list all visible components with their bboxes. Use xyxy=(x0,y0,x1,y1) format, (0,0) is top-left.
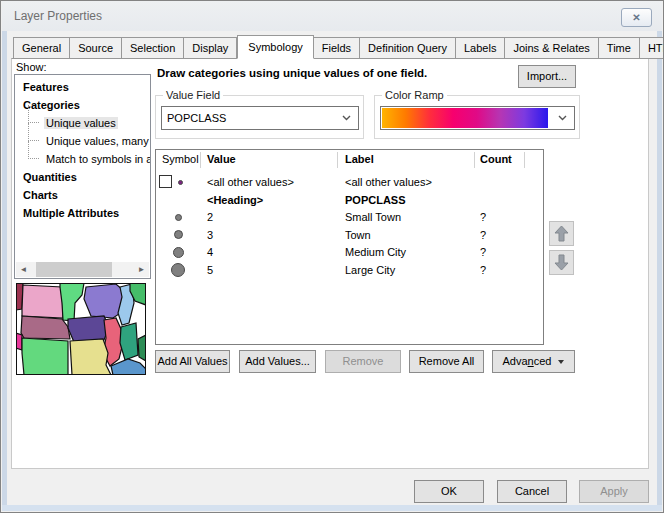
window-frame-right xyxy=(657,31,662,511)
map-region xyxy=(21,316,70,339)
value-cell: 4 xyxy=(207,243,213,261)
cancel-button[interactable]: Cancel xyxy=(497,480,567,503)
layer-properties-dialog: Layer Properties ✕ GeneralSourceSelectio… xyxy=(0,0,664,513)
color-ramp-dropdown[interactable] xyxy=(380,106,575,130)
scrollbar-thumb[interactable] xyxy=(36,262,112,277)
horizontal-scrollbar[interactable]: ◄ ► xyxy=(16,262,149,277)
value-cell: <all other values> xyxy=(207,173,294,191)
point-symbol-icon xyxy=(171,263,185,277)
table-row[interactable]: 5Large City? xyxy=(156,261,543,279)
tab-source[interactable]: Source xyxy=(70,37,122,59)
show-item-match-to-symbols-in-a[interactable]: Match to symbols in a xyxy=(15,150,150,168)
show-item-label: Unique values xyxy=(44,117,118,129)
point-symbol-icon xyxy=(175,214,182,221)
method-description: Draw categories using unique values of o… xyxy=(157,67,427,79)
tab-symbology[interactable]: Symbology xyxy=(237,35,313,59)
column-separator xyxy=(337,152,338,168)
table-row[interactable]: <all other values><all other values> xyxy=(156,173,543,191)
title-bar[interactable]: Layer Properties ✕ xyxy=(2,1,662,31)
show-tree: FeaturesCategoriesUnique valuesUnique va… xyxy=(15,75,150,222)
column-header-value: Value xyxy=(207,153,236,165)
value-cell: 2 xyxy=(207,208,213,226)
color-ramp-swatch xyxy=(382,108,548,128)
map-region xyxy=(138,335,146,361)
value-field-dropdown[interactable]: POPCLASS xyxy=(161,106,359,130)
arrow-up-icon xyxy=(554,225,569,242)
value-cell: 5 xyxy=(207,261,213,279)
tab-joins-relates[interactable]: Joins & Relates xyxy=(505,37,598,59)
symbol-cell xyxy=(156,226,200,244)
show-item-label: Charts xyxy=(23,189,58,201)
count-cell: ? xyxy=(480,226,486,244)
arrow-down-icon xyxy=(554,254,569,271)
add-all-values-button[interactable]: Add All Values xyxy=(155,350,230,373)
column-header-symbol: Symbol xyxy=(162,153,199,165)
close-icon: ✕ xyxy=(632,12,640,23)
symbol-cell xyxy=(156,261,200,279)
show-item-multiple-attributes[interactable]: Multiple Attributes xyxy=(15,204,150,222)
dropdown-caret-icon xyxy=(558,360,564,364)
label-cell: Medium City xyxy=(345,243,406,261)
point-symbol-icon xyxy=(178,180,183,185)
count-cell: ? xyxy=(480,261,486,279)
tab-definition-query[interactable]: Definition Query xyxy=(360,37,456,59)
scroll-right-arrow-icon[interactable]: ► xyxy=(134,262,149,277)
tab-selection[interactable]: Selection xyxy=(122,37,184,59)
ok-button[interactable]: OK xyxy=(414,480,484,503)
show-item-label: Quantities xyxy=(23,171,77,183)
column-separator xyxy=(474,152,475,168)
tab-display[interactable]: Display xyxy=(184,37,237,59)
apply-button[interactable]: Apply xyxy=(579,480,649,503)
tab-strip: GeneralSourceSelectionDisplaySymbologyFi… xyxy=(13,37,664,59)
label-cell: Large City xyxy=(345,261,395,279)
tab-html-popup[interactable]: HTML Popup xyxy=(640,37,664,59)
tab-fields[interactable]: Fields xyxy=(314,37,360,59)
remove-all-button[interactable]: Remove All xyxy=(409,350,484,373)
all-other-values-checkbox[interactable] xyxy=(159,175,172,188)
close-button[interactable]: ✕ xyxy=(621,8,652,27)
symbol-cell xyxy=(156,208,200,226)
show-item-label: Unique values, many xyxy=(44,135,151,147)
map-region xyxy=(22,285,63,318)
count-cell: ? xyxy=(480,243,486,261)
move-down-button[interactable] xyxy=(549,250,574,275)
color-ramp-label: Color Ramp xyxy=(382,89,447,101)
table-row[interactable]: 2Small Town? xyxy=(156,208,543,226)
add-values-button[interactable]: Add Values... xyxy=(239,350,316,373)
window-frame-left xyxy=(2,31,7,511)
chevron-down-icon xyxy=(342,115,351,121)
show-item-quantities[interactable]: Quantities xyxy=(15,168,150,186)
show-listbox[interactable]: FeaturesCategoriesUnique valuesUnique va… xyxy=(14,74,151,279)
show-item-label: Features xyxy=(23,81,69,93)
import-button[interactable]: Import... xyxy=(518,65,576,88)
move-up-button[interactable] xyxy=(549,221,574,246)
chevron-down-icon xyxy=(558,115,567,121)
advanced-button[interactable]: Advanced xyxy=(492,350,575,373)
column-separator xyxy=(524,152,525,168)
column-header-count: Count xyxy=(480,153,512,165)
symbology-tab-page: Show: FeaturesCategoriesUnique valuesUni… xyxy=(11,58,649,469)
show-item-features[interactable]: Features xyxy=(15,78,150,96)
table-row[interactable]: 3Town? xyxy=(156,226,543,244)
map-region xyxy=(22,338,68,375)
column-separator xyxy=(200,152,201,168)
show-item-label: Multiple Attributes xyxy=(23,207,119,219)
value-field-selected: POPCLASS xyxy=(167,112,226,124)
label-cell: Small Town xyxy=(345,208,401,226)
label-cell: Town xyxy=(345,226,371,244)
remove-button[interactable]: Remove xyxy=(325,350,401,373)
show-item-charts[interactable]: Charts xyxy=(15,186,150,204)
label-cell: POPCLASS xyxy=(345,191,406,209)
tab-labels[interactable]: Labels xyxy=(456,37,505,59)
label-cell: <all other values> xyxy=(345,173,432,191)
value-field-group: Value Field POPCLASS xyxy=(155,95,364,139)
table-row[interactable]: 4Medium City? xyxy=(156,243,543,261)
scroll-left-arrow-icon[interactable]: ◄ xyxy=(16,262,31,277)
tab-time[interactable]: Time xyxy=(599,37,640,59)
tab-general[interactable]: General xyxy=(13,37,70,59)
symbol-value-table[interactable]: SymbolValueLabelCount<all other values><… xyxy=(155,149,544,345)
symbol-cell xyxy=(156,173,200,191)
map-region xyxy=(68,316,109,342)
window-frame-bottom xyxy=(2,505,662,511)
table-row[interactable]: <Heading>POPCLASS xyxy=(156,191,543,209)
